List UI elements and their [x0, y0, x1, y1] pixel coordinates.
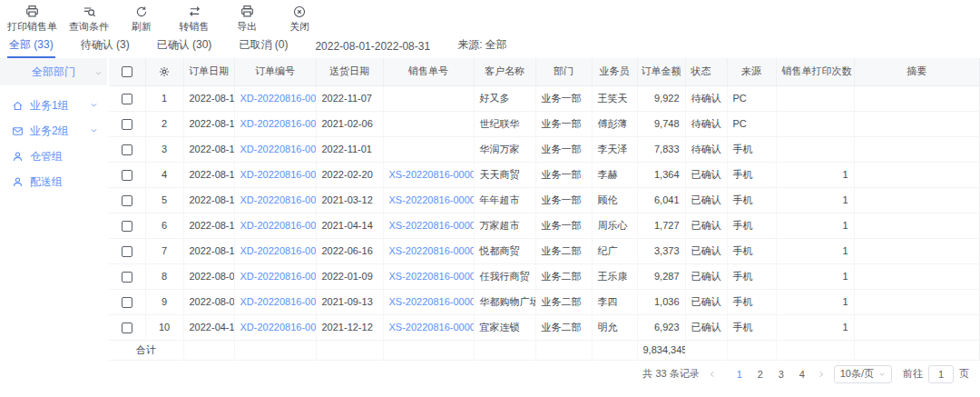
- order-no-link[interactable]: XD-20220816-000011: [240, 271, 317, 282]
- sales-no-link[interactable]: XS-20220816-000010: [389, 296, 475, 307]
- column-header-salesperson[interactable]: 业务员: [592, 58, 637, 85]
- summary-cell: [854, 263, 980, 289]
- sales-no-link[interactable]: XS-20220816-000009: [389, 322, 475, 332]
- gear-icon[interactable]: [158, 65, 171, 78]
- order-no-link[interactable]: XD-20220816-000013: [240, 220, 317, 231]
- column-header-sales-no[interactable]: 销售单号: [383, 58, 474, 85]
- tab-all[interactable]: 全部 (33): [7, 35, 55, 58]
- page-number-button[interactable]: 2: [754, 369, 767, 380]
- sales-order-print-window: 打印销售单 查询条件 刷新 转销售 导出: [0, 0, 980, 397]
- index-cell: 1: [145, 85, 183, 111]
- column-header-order-date[interactable]: 订单日期: [183, 58, 234, 85]
- prev-page-button[interactable]: [708, 370, 717, 379]
- sidebar-item-business-group-2[interactable]: 业务2组: [0, 118, 107, 144]
- goto-page-input[interactable]: [928, 365, 954, 383]
- sales-no-link[interactable]: XS-20220816-000015: [389, 169, 475, 180]
- source-cell: 手机: [727, 314, 776, 340]
- row-checkbox[interactable]: [122, 272, 132, 283]
- tab-pending-confirm[interactable]: 待确认 (3): [79, 35, 132, 58]
- order-date-cell: 2022-08-11: [183, 213, 234, 238]
- sales-no-link[interactable]: XS-20220816-000013: [389, 220, 475, 231]
- checkbox-cell: [109, 136, 145, 162]
- source-cell: 手机: [727, 136, 776, 162]
- page-size-select[interactable]: 10条/页: [834, 365, 892, 383]
- column-header-summary[interactable]: 摘要: [854, 58, 980, 85]
- column-header-customer[interactable]: 客户名称: [474, 58, 535, 85]
- department-cell: 业务一部: [535, 162, 592, 187]
- table-row: 72022-08-10XD-20220816-0000122022-06-16X…: [109, 238, 980, 263]
- toolbar-button-label: 关闭: [289, 20, 309, 34]
- order-no-link[interactable]: XD-20220816-000018: [240, 93, 317, 104]
- delivery-date-cell: 2021-03-12: [316, 187, 383, 213]
- convert-to-sales-button[interactable]: 转销售: [173, 5, 215, 34]
- row-checkbox[interactable]: [122, 144, 132, 155]
- toolbar-button-label: 打印销售单: [7, 20, 57, 34]
- department-filter-dropdown[interactable]: 全部部门: [0, 58, 107, 85]
- sidebar-item-warehouse-group[interactable]: 仓管组: [0, 144, 107, 169]
- sidebar-item-business-group-1[interactable]: 业务1组: [0, 93, 107, 118]
- page-number-button[interactable]: 1: [733, 369, 746, 380]
- refresh-button[interactable]: 刷新: [121, 5, 162, 34]
- chevron-down-icon: [878, 369, 886, 380]
- order-no-link[interactable]: XD-20220816-000017: [240, 118, 317, 129]
- sales-no-link[interactable]: XS-20220816-000011: [389, 271, 475, 282]
- print-sales-order-button[interactable]: 打印销售单: [7, 5, 57, 34]
- export-button[interactable]: 导出: [226, 5, 268, 34]
- index-cell: 2: [145, 111, 183, 136]
- order-date-cell: 2022-08-15: [183, 111, 234, 136]
- column-header-source[interactable]: 来源: [727, 58, 776, 85]
- page-number-button[interactable]: 4: [796, 369, 808, 380]
- row-checkbox[interactable]: [122, 195, 132, 206]
- table-footer: 合计 9,834,345.00: [109, 340, 980, 360]
- order-no-link[interactable]: XD-20220816-000012: [240, 245, 317, 256]
- salesperson-cell: 王乐康: [592, 263, 637, 289]
- order-no-link[interactable]: XD-20220816-000016: [240, 144, 317, 154]
- row-checkbox[interactable]: [122, 221, 132, 232]
- column-header-amount[interactable]: 订单金额: [637, 58, 685, 85]
- empty-cell: [474, 340, 535, 360]
- sales-no-link[interactable]: XS-20220816-000014: [389, 194, 475, 205]
- source-cell: PC: [727, 111, 776, 136]
- customer-cell: 悦都商贸: [474, 238, 535, 263]
- row-checkbox[interactable]: [122, 94, 132, 104]
- query-conditions-button[interactable]: 查询条件: [68, 5, 110, 34]
- tab-confirmed[interactable]: 已确认 (30): [155, 35, 214, 58]
- index-cell: 6: [145, 213, 183, 238]
- close-button[interactable]: 关闭: [279, 5, 320, 34]
- order-no-cell: XD-20220816-000012: [234, 238, 316, 263]
- column-header-delivery-date[interactable]: 送货日期: [316, 58, 383, 85]
- salesperson-cell: 纪广: [592, 238, 637, 263]
- amount-cell: 1,727: [637, 213, 685, 238]
- row-checkbox[interactable]: [122, 297, 132, 308]
- source-filter[interactable]: 来源: 全部: [456, 35, 509, 58]
- order-no-link[interactable]: XD-20220816-000014: [240, 194, 317, 205]
- select-all-checkbox[interactable]: [122, 66, 132, 77]
- column-header-department[interactable]: 部门: [535, 58, 592, 85]
- filter-tabs: 全部 (33) 待确认 (3) 已确认 (30) 已取消 (0) 2022-08…: [0, 35, 980, 58]
- checkbox-cell: [109, 162, 145, 187]
- column-header-print-count[interactable]: 销售单打印次数: [776, 58, 854, 85]
- row-checkbox[interactable]: [122, 323, 132, 333]
- amount-cell: 9,748: [637, 111, 685, 136]
- amount-cell: 6,923: [637, 314, 685, 340]
- chevron-down-icon[interactable]: [90, 124, 98, 137]
- order-no-link[interactable]: XD-20220816-000010: [240, 296, 317, 307]
- page-number-button[interactable]: 3: [775, 369, 788, 380]
- row-checkbox[interactable]: [122, 119, 132, 130]
- sales-no-link[interactable]: XS-20220816-000012: [389, 245, 475, 256]
- tab-cancelled[interactable]: 已取消 (0): [237, 35, 289, 58]
- chevron-down-icon[interactable]: [90, 99, 98, 112]
- department-cell: 业务二部: [535, 238, 592, 263]
- status-cell: 已确认: [685, 162, 727, 187]
- column-header-order-no[interactable]: 订单编号: [234, 58, 316, 85]
- row-checkbox[interactable]: [122, 170, 132, 181]
- order-no-link[interactable]: XD-20220816-000015: [240, 169, 317, 180]
- date-range-filter[interactable]: 2022-08-01-2022-08-31: [313, 37, 432, 58]
- sidebar-item-delivery-group[interactable]: 配送组: [0, 169, 107, 194]
- column-header-status[interactable]: 状态: [685, 58, 727, 85]
- order-no-link[interactable]: XD-20220816-000009: [240, 322, 317, 332]
- row-checkbox[interactable]: [122, 246, 132, 257]
- status-cell: 待确认: [685, 111, 727, 136]
- empty-cell: [234, 340, 316, 360]
- next-page-button[interactable]: [817, 370, 826, 379]
